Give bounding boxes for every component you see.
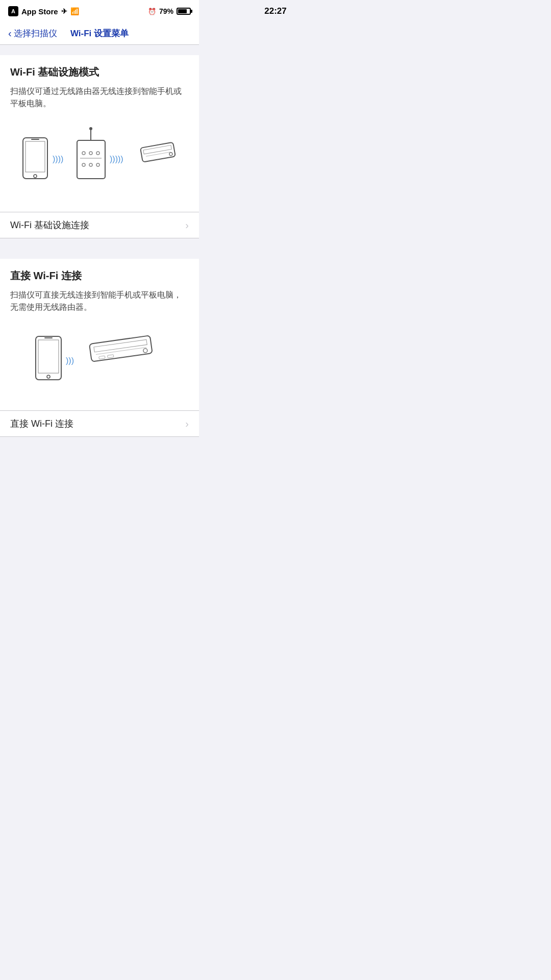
app-icon: A: [8, 6, 18, 16]
direct-description: 扫描仪可直接无线连接到智能手机或平板电脑，无需使用无线路由器。: [10, 289, 189, 313]
direct-chevron-icon: ›: [185, 418, 189, 430]
svg-point-2: [34, 175, 37, 178]
bottom-spacer: [0, 437, 199, 468]
status-left: A App Store ✈ 📶: [8, 6, 79, 16]
infrastructure-illustration: )))) ))))): [10, 120, 189, 197]
battery-percent: 79%: [159, 7, 173, 15]
direct-card: 直接 Wi-Fi 连接 扫描仪可直接无线连接到智能手机或平板电脑，无需使用无线路…: [0, 259, 199, 410]
svg-text:))): ))): [66, 356, 74, 365]
svg-rect-0: [23, 138, 47, 179]
section-gap-1: [0, 238, 199, 249]
infrastructure-menu-label: Wi-Fi 基础设施连接: [10, 219, 89, 231]
svg-point-10: [96, 152, 99, 155]
svg-point-28: [143, 348, 147, 353]
svg-rect-5: [77, 140, 105, 179]
infrastructure-section: Wi-Fi 基础设施模式 扫描仪可通过无线路由器无线连接到智能手机或平板电脑。 …: [0, 45, 199, 238]
back-label: 选择扫描仪: [14, 28, 57, 39]
infrastructure-menu-row[interactable]: Wi-Fi 基础设施连接 ›: [0, 212, 199, 238]
battery-indicator: [177, 8, 191, 15]
direct-illustration: ))): [10, 324, 189, 395]
svg-point-19: [169, 152, 172, 156]
svg-rect-21: [38, 340, 59, 373]
svg-text:)))): )))): [53, 155, 63, 163]
nav-bar: ‹ 选择扫描仪 Wi-Fi 设置菜单: [0, 22, 199, 45]
airplane-icon: ✈: [61, 7, 67, 15]
status-right: ⏰ 79%: [148, 7, 191, 15]
alarm-icon: ⏰: [148, 8, 156, 15]
back-button[interactable]: ‹ 选择扫描仪: [8, 28, 57, 39]
svg-rect-1: [26, 141, 45, 172]
infrastructure-chevron-icon: ›: [185, 219, 189, 231]
svg-rect-26: [94, 339, 147, 352]
svg-point-9: [89, 152, 92, 155]
svg-point-22: [47, 375, 50, 378]
svg-rect-30: [107, 355, 114, 358]
direct-menu-row[interactable]: 直接 Wi-Fi 连接 ›: [0, 410, 199, 437]
app-name-label: App Store: [21, 7, 58, 16]
svg-point-12: [82, 163, 85, 166]
svg-point-13: [89, 163, 92, 166]
battery-fill: [178, 9, 187, 13]
direct-svg: ))): [28, 329, 171, 390]
infrastructure-card: Wi-Fi 基础设施模式 扫描仪可通过无线路由器无线连接到智能手机或平板电脑。 …: [0, 55, 199, 212]
page-title: Wi-Fi 设置菜单: [70, 28, 129, 39]
direct-title: 直接 Wi-Fi 连接: [10, 269, 189, 283]
infrastructure-svg: )))) ))))): [18, 125, 181, 191]
infrastructure-description: 扫描仪可通过无线路由器无线连接到智能手机或平板电脑。: [10, 85, 189, 110]
svg-point-7: [89, 127, 92, 130]
battery-body: [177, 8, 191, 15]
svg-line-18: [146, 152, 170, 157]
svg-text:))))): ))))): [110, 155, 123, 163]
direct-menu-label: 直接 Wi-Fi 连接: [10, 418, 73, 430]
status-bar: A App Store ✈ 📶 22:27 ⏰ 79%: [0, 0, 199, 22]
direct-section: 直接 Wi-Fi 连接 扫描仪可直接无线连接到智能手机或平板电脑，无需使用无线路…: [0, 249, 199, 437]
svg-point-8: [82, 152, 85, 155]
back-chevron-icon: ‹: [8, 28, 12, 38]
svg-rect-29: [99, 356, 106, 359]
infrastructure-title: Wi-Fi 基础设施模式: [10, 65, 189, 79]
wifi-icon: 📶: [70, 7, 79, 15]
svg-point-14: [96, 163, 99, 166]
